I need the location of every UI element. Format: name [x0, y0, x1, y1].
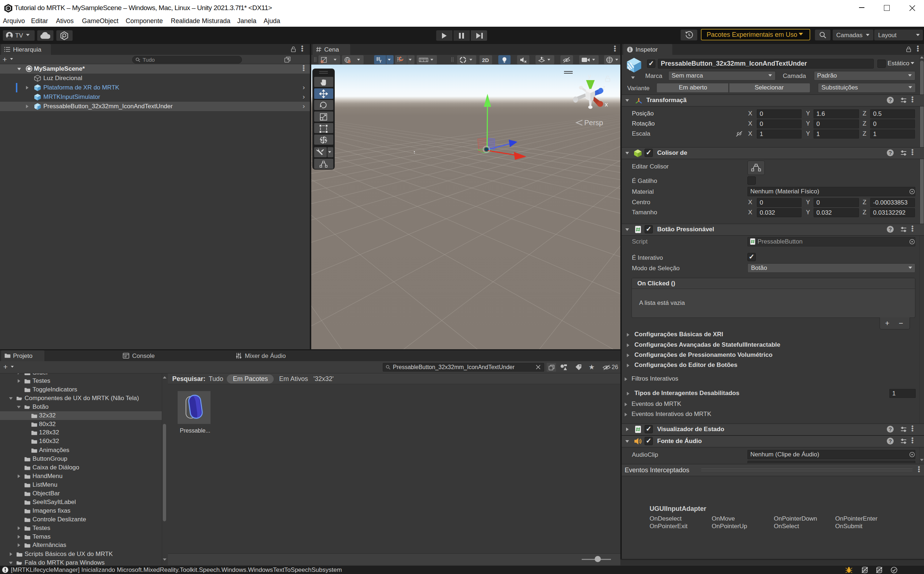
svg-text:z: z: [602, 84, 606, 91]
svg-text:x: x: [605, 101, 608, 108]
svg-text:Y: Y: [379, 60, 382, 63]
svg-text:y: y: [588, 73, 591, 80]
